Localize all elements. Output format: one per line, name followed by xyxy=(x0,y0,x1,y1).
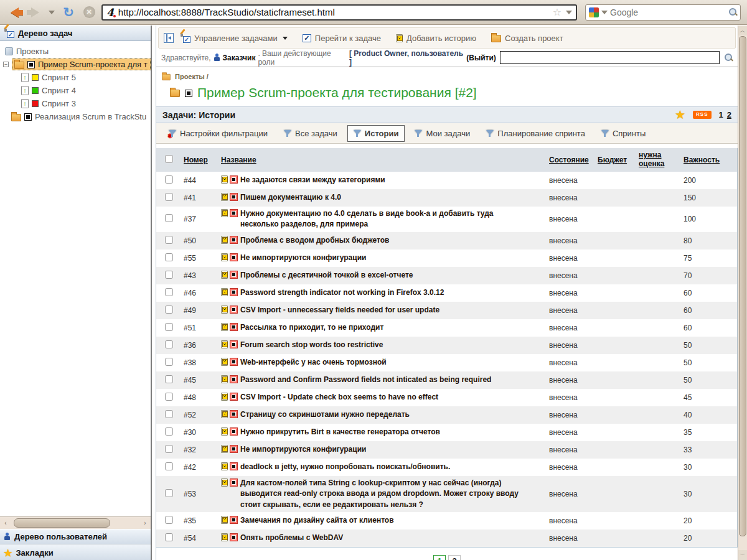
back-button[interactable] xyxy=(6,5,22,20)
tree-item-sprint[interactable]: ↑Спринт 5 xyxy=(21,71,151,84)
row-checkbox[interactable] xyxy=(165,393,173,401)
user-name[interactable]: Заказчик xyxy=(223,54,256,62)
task-budget xyxy=(596,361,637,365)
history-dropdown[interactable] xyxy=(47,5,56,20)
row-checkbox[interactable] xyxy=(165,340,173,348)
stop-button[interactable]: ✕ xyxy=(81,5,97,20)
task-title-link[interactable]: Пишем документацию к 4.0 xyxy=(240,192,341,203)
row-checkbox[interactable] xyxy=(165,253,173,261)
bookmarks-header[interactable]: ★ Закладки xyxy=(0,544,151,560)
row-checkbox[interactable] xyxy=(165,462,173,470)
add-story-button[interactable]: Добавить историю xyxy=(396,34,476,43)
section-page-2[interactable]: 2 xyxy=(727,110,731,119)
row-checkbox[interactable] xyxy=(165,193,173,201)
select-all-checkbox[interactable] xyxy=(165,155,173,163)
row-checkbox[interactable] xyxy=(165,427,173,436)
logout-link[interactable]: (Выйти) xyxy=(466,54,496,62)
row-checkbox[interactable] xyxy=(165,410,173,418)
sidebar-horizontal-scrollbar[interactable]: ‹ › xyxy=(0,516,151,529)
task-title-link[interactable]: Замечания по дизайну сайта от клиентов xyxy=(240,515,394,526)
task-title-link[interactable]: Нужно прикрутить Birt в качестве генерат… xyxy=(240,427,440,437)
row-checkbox[interactable] xyxy=(165,375,173,383)
favorite-star-icon[interactable]: ★ xyxy=(675,111,685,119)
task-title-link[interactable]: Не импортируются конфигурации xyxy=(240,253,366,263)
row-checkbox[interactable] xyxy=(165,358,173,366)
row-checkbox[interactable] xyxy=(165,175,173,184)
tree-item-sprint[interactable]: ↑Спринт 3 xyxy=(21,97,151,110)
task-tree-header[interactable]: ✓ Дерево задач xyxy=(0,26,151,41)
search-magnifier-icon[interactable] xyxy=(729,8,737,16)
filter-tab[interactable]: Мои задачи xyxy=(408,125,476,142)
col-name[interactable]: Название xyxy=(220,154,548,166)
quick-search-icon[interactable] xyxy=(725,54,733,62)
user-tree-header[interactable]: Дерево пользователей xyxy=(0,529,151,544)
task-title-link[interactable]: Password strength indicator not working … xyxy=(240,287,444,298)
task-title-link[interactable]: Не задаются связи между категориями xyxy=(240,175,385,185)
row-checkbox[interactable] xyxy=(165,271,173,279)
task-title-link[interactable]: Проблемы с десятичной точкой в excel-отч… xyxy=(240,270,413,281)
row-checkbox[interactable] xyxy=(165,445,173,453)
create-project-button[interactable]: Создать проект xyxy=(491,34,563,43)
task-title-link[interactable]: Не импортируются конфигурации xyxy=(240,444,366,455)
manage-tasks-menu[interactable]: ✓ Управление задачами xyxy=(180,34,288,43)
browser-search-input[interactable] xyxy=(610,7,726,17)
scrollbar-thumb[interactable] xyxy=(739,36,746,536)
task-title-link[interactable]: deadlock в jetty, нужно попробовать поис… xyxy=(240,462,450,472)
url-bar[interactable]: 4 http://localhost:8888/TrackStudio/stat… xyxy=(101,4,577,21)
rss-badge[interactable]: RSS xyxy=(693,111,711,119)
row-checkbox[interactable] xyxy=(165,516,173,524)
filter-tab[interactable]: ✱Настройки фильтрации xyxy=(162,125,274,142)
filter-tab[interactable]: Все задачи xyxy=(278,125,344,142)
task-title-link[interactable]: CSV Import - unnecessary fields needed f… xyxy=(240,305,439,315)
page-2-link[interactable]: 2 xyxy=(448,555,461,560)
browser-search-box[interactable] xyxy=(585,4,741,21)
url-dropdown-icon[interactable] xyxy=(566,11,572,14)
scrollbar-thumb[interactable] xyxy=(14,518,110,528)
bookmark-star-icon[interactable]: ☆ xyxy=(553,6,561,18)
col-state[interactable]: Состояние xyxy=(548,154,596,166)
collapse-expander-icon[interactable]: − xyxy=(3,62,9,67)
url-text[interactable]: http://localhost:8888/TrackStudio/static… xyxy=(118,7,548,17)
filter-tab[interactable]: Планирование спринта xyxy=(480,125,591,142)
col-budget[interactable]: Бюджет xyxy=(596,154,637,166)
row-checkbox[interactable] xyxy=(165,288,173,296)
forward-button[interactable] xyxy=(27,5,43,20)
goto-task-button[interactable]: ✓ Перейти к задаче xyxy=(303,34,381,43)
scroll-right-icon[interactable]: › xyxy=(141,518,149,528)
col-need-estimate[interactable]: нужна оценка xyxy=(637,149,682,170)
task-title-link[interactable]: CSV Import - Update check box seems to h… xyxy=(240,392,438,403)
task-title-link[interactable]: Password and Confirm Password fields not… xyxy=(240,375,491,385)
task-title-link[interactable]: Forum search stop words too restrictive xyxy=(240,340,383,350)
row-checkbox[interactable] xyxy=(165,236,173,244)
tree-item-second-project[interactable]: Реализация Scrum в TrackStu xyxy=(11,110,151,123)
scroll-down-icon[interactable]: ﹀ xyxy=(738,550,747,560)
col-importance[interactable]: Важность xyxy=(682,154,735,166)
scroll-left-icon[interactable]: ‹ xyxy=(1,518,10,528)
row-checkbox[interactable] xyxy=(165,306,173,314)
row-checkbox[interactable] xyxy=(165,214,173,222)
vertical-scrollbar[interactable]: ︿ ﹀ xyxy=(738,26,747,560)
task-title-link[interactable]: Нужно документацию по 4.0 сделать в виде… xyxy=(240,208,529,230)
quick-search-input[interactable] xyxy=(500,51,720,64)
filter-tab[interactable]: Спринты xyxy=(595,125,652,142)
task-title-link[interactable]: Страницу со скриншотами нужно переделать xyxy=(240,409,410,420)
tree-item-sprint[interactable]: ↑Спринт 4 xyxy=(21,84,151,97)
row-checkbox[interactable] xyxy=(165,323,173,331)
task-title-link[interactable]: Web-интерфейс у нас очень тормозной xyxy=(240,357,387,368)
task-title-link[interactable]: Рассылка то приходит, то не приходит xyxy=(240,322,383,333)
filter-tab[interactable]: Истории xyxy=(347,125,405,142)
tree-item-projects[interactable]: Проекты xyxy=(0,45,151,58)
tree-item-selected-project[interactable]: − Пример Scrum-проекта для т xyxy=(0,58,151,71)
page-1-current[interactable]: 1 xyxy=(433,555,446,560)
row-checkbox[interactable] xyxy=(165,489,173,497)
collapse-sidebar-icon[interactable] xyxy=(164,33,174,43)
breadcrumb[interactable]: Проекты / xyxy=(156,67,738,81)
col-number[interactable]: Номер xyxy=(182,154,220,166)
task-title-link[interactable]: Проблема с вводом дробных бюджетов xyxy=(240,235,389,246)
task-title-link[interactable]: Для кастом-полей типа String с lookup-ск… xyxy=(240,478,529,510)
reload-button[interactable]: ↻ xyxy=(60,5,77,20)
search-engine-dropdown-icon[interactable] xyxy=(601,11,608,14)
task-title-link[interactable]: Опять проблемы с WebDAV xyxy=(240,533,343,543)
scroll-up-icon[interactable]: ︿ xyxy=(738,26,747,35)
row-checkbox[interactable] xyxy=(165,533,173,541)
